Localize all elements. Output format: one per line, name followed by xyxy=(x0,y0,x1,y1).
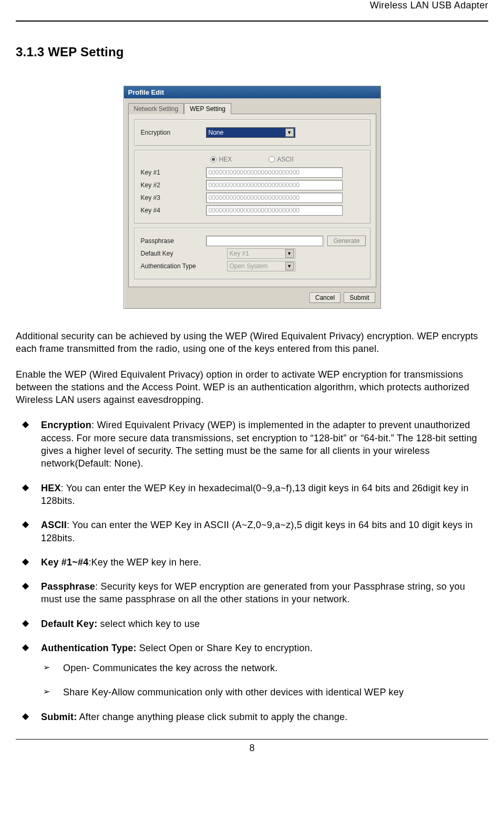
key2-input[interactable]: 00000000000000000000000000 xyxy=(206,180,343,190)
list-item-default-key: Default Key: select which key to use xyxy=(16,618,488,630)
passphrase-input[interactable] xyxy=(206,236,324,246)
generate-button[interactable]: Generate xyxy=(327,236,365,246)
group-options: Passphrase Generate Default Key Key #1 ▼… xyxy=(134,228,371,279)
default-key-label: Default Key xyxy=(139,250,223,257)
paragraph-2: Enable the WEP (Wired Equivalent Privacy… xyxy=(16,368,488,407)
list-item-auth: Authentication Type: Select Open or Shar… xyxy=(16,642,488,699)
bullet-text: : You can enter the WEP Key in ASCII (A~… xyxy=(41,520,473,543)
default-key-value: Key #1 xyxy=(230,250,249,257)
bullet-title: Key #1~#4 xyxy=(41,557,88,568)
header-rule xyxy=(16,21,488,22)
bullet-title: Authentication Type: xyxy=(41,643,137,653)
key3-label: Key #3 xyxy=(139,194,202,201)
page-header: Wireless LAN USB Adapter xyxy=(16,0,488,22)
sub-item-open: Open- Communicates the key across the ne… xyxy=(41,662,488,675)
submit-button[interactable]: Submit xyxy=(344,292,375,303)
feature-list: Encryption: Wired Equivalent Privacy (WE… xyxy=(16,419,488,723)
auth-type-value: Open System xyxy=(230,262,268,270)
tabstrip: Network Setting WEP Setting xyxy=(124,98,380,114)
bullet-title: HEX xyxy=(41,483,61,493)
group-keys: HEX ASCII Key #1 00000000000000000000000… xyxy=(134,150,371,224)
list-item-encryption: Encryption: Wired Equivalent Privacy (WE… xyxy=(16,419,488,470)
group-encryption: Encryption None ▼ xyxy=(134,119,371,146)
passphrase-label: Passphrase xyxy=(139,237,202,245)
bullet-title: Default Key: xyxy=(41,619,97,629)
bullet-text: : You can enter the WEP Key in hexadecim… xyxy=(41,483,469,506)
dialog-panel: Encryption None ▼ HEX ASCII xyxy=(128,114,376,287)
chevron-down-icon[interactable]: ▼ xyxy=(285,249,294,258)
list-item-keys: Key #1~#4:Key the WEP key in here. xyxy=(16,556,488,569)
auth-type-dropdown[interactable]: Open System ▼ xyxy=(227,261,295,271)
auth-type-label: Authentication Type xyxy=(139,262,223,270)
dialog-button-row: Cancel Submit xyxy=(124,290,380,308)
chevron-down-icon[interactable]: ▼ xyxy=(285,128,294,137)
encryption-label: Encryption xyxy=(139,129,202,136)
bullet-text: : Wired Equivalent Privacy (WEP) is impl… xyxy=(41,420,477,469)
key4-input[interactable]: 00000000000000000000000000 xyxy=(206,205,343,216)
dialog-titlebar: Profile Edit xyxy=(124,86,380,98)
key3-input[interactable]: 00000000000000000000000000 xyxy=(206,193,343,203)
bullet-text: : Security keys for WEP encryption are g… xyxy=(41,581,465,604)
doc-title: Wireless LAN USB Adapter xyxy=(16,0,488,13)
dialog-figure: Profile Edit Network Setting WEP Setting… xyxy=(16,86,488,309)
bullet-title: Submit: xyxy=(41,712,77,722)
bullet-text: Select Open or Share Key to encryption. xyxy=(137,643,313,653)
radio-hex-icon xyxy=(210,156,217,163)
radio-ascii-icon xyxy=(269,156,275,163)
page-number: 8 xyxy=(16,739,488,754)
tab-wep-setting[interactable]: WEP Setting xyxy=(184,103,231,114)
list-item-ascii: ASCII: You can enter the WEP Key in ASCI… xyxy=(16,519,488,544)
section-heading: 3.1.3 WEP Setting xyxy=(16,45,488,59)
bullet-title: Passphrase xyxy=(41,581,95,592)
key4-label: Key #4 xyxy=(139,207,202,214)
profile-edit-dialog: Profile Edit Network Setting WEP Setting… xyxy=(124,86,381,309)
encryption-dropdown[interactable]: None ▼ xyxy=(206,127,295,138)
bullet-text: :Key the WEP key in here. xyxy=(88,557,201,568)
default-key-dropdown[interactable]: Key #1 ▼ xyxy=(227,248,295,259)
chevron-down-icon[interactable]: ▼ xyxy=(285,262,294,270)
bullet-text: select which key to use xyxy=(97,619,200,629)
bullet-title: Encryption xyxy=(41,420,91,430)
tab-network-setting[interactable]: Network Setting xyxy=(128,103,184,114)
radio-hex-label: HEX xyxy=(219,156,232,163)
radio-hex[interactable]: HEX xyxy=(210,156,232,163)
auth-sublist: Open- Communicates the key across the ne… xyxy=(41,662,488,699)
radio-ascii-label: ASCII xyxy=(277,156,293,163)
encryption-value: None xyxy=(209,129,224,136)
key1-input[interactable]: 00000000000000000000000000 xyxy=(206,167,343,178)
paragraph-1: Additional security can be achieved by u… xyxy=(16,330,488,356)
key1-label: Key #1 xyxy=(139,169,202,176)
radio-ascii[interactable]: ASCII xyxy=(269,156,293,163)
key2-label: Key #2 xyxy=(139,181,202,189)
bullet-title: ASCII xyxy=(41,520,67,530)
sub-item-sharekey: Share Key-Allow communication only with … xyxy=(41,686,488,699)
cancel-button[interactable]: Cancel xyxy=(310,292,341,303)
bullet-text: After change anything please click submi… xyxy=(77,712,347,722)
list-item-hex: HEX: You can enter the WEP Key in hexade… xyxy=(16,482,488,508)
list-item-passphrase: Passphrase: Security keys for WEP encryp… xyxy=(16,580,488,606)
list-item-submit: Submit: After change anything please cli… xyxy=(16,711,488,723)
